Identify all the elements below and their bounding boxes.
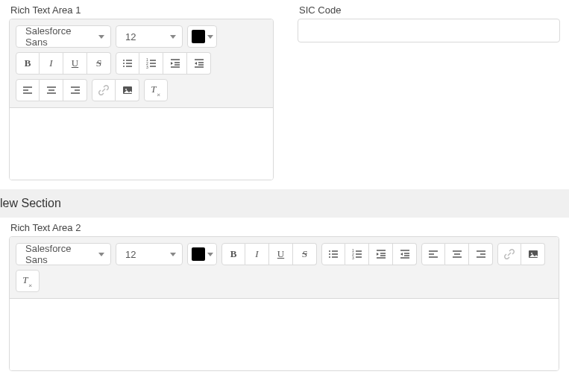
link-button[interactable]	[497, 243, 521, 265]
font-family-select[interactable]: Salesforce Sans	[16, 25, 111, 48]
image-button[interactable]	[116, 79, 139, 101]
insert-group	[497, 243, 545, 265]
image-icon	[527, 248, 539, 260]
bold-icon: B	[25, 57, 31, 69]
link-icon	[98, 84, 110, 96]
color-swatch-icon	[192, 30, 205, 43]
rta1-label: Rich Text Area 1	[9, 4, 274, 16]
sic-code-label: SIC Code	[298, 4, 560, 16]
indent-icon	[169, 57, 181, 69]
underline-button[interactable]: U	[269, 243, 293, 265]
bold-icon: B	[230, 248, 237, 260]
font-family-value: Salesforce Sans	[25, 25, 92, 48]
sic-code-input[interactable]	[298, 19, 560, 42]
list-group: 123	[321, 243, 417, 265]
image-button[interactable]	[521, 243, 545, 265]
chevron-down-icon	[170, 253, 176, 256]
clear-group: T×	[144, 79, 168, 101]
bulleted-list-button[interactable]	[116, 52, 139, 75]
align-right-button[interactable]	[469, 243, 493, 265]
italic-button[interactable]: I	[245, 243, 269, 265]
outdent-button[interactable]	[393, 243, 417, 265]
svg-point-4	[123, 66, 125, 67]
rte2-toolbar: Salesforce Sans 12 B I U S	[10, 237, 559, 299]
text-style-group: B I U S	[16, 52, 111, 75]
align-right-icon	[69, 84, 81, 96]
link-button[interactable]	[92, 79, 116, 101]
clear-format-icon: T×	[151, 83, 160, 97]
strike-icon: S	[302, 248, 307, 260]
section-header: lew Section	[0, 189, 569, 218]
chevron-down-icon	[98, 35, 104, 39]
chevron-down-icon	[98, 253, 104, 256]
align-center-icon	[451, 248, 463, 260]
rta2-label: Rich Text Area 2	[9, 222, 559, 233]
font-size-value: 12	[125, 31, 136, 42]
insert-group	[92, 79, 139, 101]
svg-point-0	[123, 60, 125, 61]
underline-button[interactable]: U	[63, 52, 87, 75]
text-style-group: B I U S	[221, 243, 317, 265]
align-group	[421, 243, 493, 265]
image-icon	[122, 84, 133, 96]
align-center-button[interactable]	[445, 243, 469, 265]
svg-point-30	[125, 89, 127, 90]
chevron-down-icon	[170, 35, 176, 39]
bulleted-list-button[interactable]	[321, 243, 345, 265]
clear-format-button[interactable]: T×	[144, 79, 168, 101]
svg-point-35	[329, 256, 330, 258]
numbered-list-button[interactable]: 123	[345, 243, 369, 265]
italic-icon: I	[255, 248, 258, 260]
link-icon	[503, 248, 515, 260]
align-right-icon	[475, 248, 487, 260]
font-size-select[interactable]: 12	[116, 25, 183, 48]
indent-button[interactable]	[163, 52, 187, 75]
strike-button[interactable]: S	[87, 52, 111, 75]
align-left-icon	[22, 84, 34, 96]
align-left-button[interactable]	[16, 79, 40, 101]
font-size-value: 12	[125, 249, 136, 260]
text-color-picker[interactable]	[187, 25, 217, 48]
italic-button[interactable]: I	[40, 52, 63, 75]
clear-group: T×	[16, 270, 40, 292]
numbered-list-icon: 123	[351, 248, 363, 260]
indent-icon	[375, 248, 387, 260]
rich-text-editor-1: Salesforce Sans 12 B I U S	[9, 19, 274, 180]
numbered-list-icon: 123	[145, 57, 157, 69]
chevron-down-icon	[207, 253, 213, 256]
clear-format-icon: T×	[22, 274, 32, 288]
align-right-button[interactable]	[63, 79, 87, 101]
rte2-content[interactable]	[10, 299, 559, 370]
clear-format-button[interactable]: T×	[16, 270, 40, 292]
svg-text:3: 3	[146, 65, 148, 69]
font-family-value: Salesforce Sans	[25, 243, 92, 265]
strike-button[interactable]: S	[293, 243, 317, 265]
align-center-icon	[45, 84, 57, 96]
rte1-toolbar: Salesforce Sans 12 B I U S	[10, 19, 273, 108]
section-title: lew Section	[0, 197, 61, 209]
numbered-list-button[interactable]: 123	[139, 52, 163, 75]
list-group: 123	[116, 52, 211, 75]
text-color-picker[interactable]	[187, 243, 217, 265]
bulleted-list-icon	[327, 248, 339, 260]
bold-button[interactable]: B	[221, 243, 245, 265]
italic-icon: I	[49, 57, 52, 69]
rich-text-editor-2: Salesforce Sans 12 B I U S	[9, 236, 559, 371]
align-left-button[interactable]	[421, 243, 445, 265]
indent-button[interactable]	[369, 243, 393, 265]
font-family-select[interactable]: Salesforce Sans	[16, 243, 111, 265]
bold-button[interactable]: B	[16, 52, 40, 75]
svg-point-2	[123, 63, 125, 64]
outdent-icon	[399, 248, 411, 260]
rte1-content[interactable]	[10, 108, 273, 180]
font-size-select[interactable]: 12	[116, 243, 183, 265]
svg-point-33	[329, 253, 330, 255]
bulleted-list-icon	[122, 57, 133, 69]
underline-icon: U	[277, 248, 284, 260]
align-center-button[interactable]	[40, 79, 63, 101]
underline-icon: U	[72, 57, 78, 69]
strike-icon: S	[96, 57, 101, 69]
color-swatch-icon	[192, 247, 205, 261]
align-left-icon	[427, 248, 439, 260]
outdent-button[interactable]	[187, 52, 211, 75]
